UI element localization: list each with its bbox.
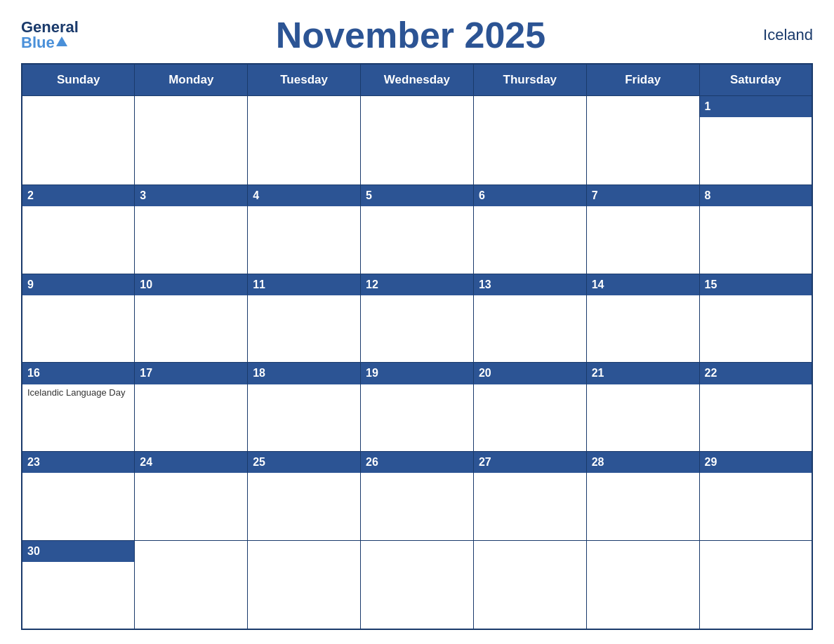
logo: General Blue bbox=[21, 20, 79, 51]
calendar-cell: 0 bbox=[248, 96, 361, 185]
calendar-header-row: SundayMondayTuesdayWednesdayThursdayFrid… bbox=[22, 64, 812, 96]
day-number: 25 bbox=[248, 452, 360, 473]
calendar-table: SundayMondayTuesdayWednesdayThursdayFrid… bbox=[21, 63, 813, 630]
calendar-week-row: 16Icelandic Language Day171819202122 bbox=[22, 363, 812, 452]
calendar-cell: 17 bbox=[135, 363, 248, 452]
day-number: 4 bbox=[248, 185, 360, 206]
calendar-cell: 4 bbox=[248, 185, 361, 274]
logo-triangle-icon bbox=[56, 36, 67, 46]
day-number: 11 bbox=[248, 274, 360, 295]
day-number: 5 bbox=[361, 185, 473, 206]
day-number: 21 bbox=[587, 363, 699, 384]
calendar-week-row: 9101112131415 bbox=[22, 274, 812, 363]
day-number: 10 bbox=[135, 274, 247, 295]
day-number: 29 bbox=[700, 452, 812, 473]
logo-blue-text: Blue bbox=[21, 35, 67, 51]
day-header-tuesday: Tuesday bbox=[248, 64, 361, 96]
calendar-cell: 20 bbox=[473, 363, 586, 452]
calendar-cell: 19 bbox=[361, 363, 474, 452]
calendar-cell: 30 bbox=[22, 540, 135, 629]
calendar-cell: 29 bbox=[699, 452, 812, 541]
day-number: 2 bbox=[22, 185, 134, 206]
calendar-cell: 0 bbox=[248, 540, 361, 629]
calendar-cell: 14 bbox=[586, 274, 699, 363]
day-number: 22 bbox=[700, 363, 812, 384]
day-number: 17 bbox=[135, 363, 247, 384]
day-number: 24 bbox=[135, 452, 247, 473]
calendar-cell: 0 bbox=[473, 96, 586, 185]
calendar-cell: 5 bbox=[361, 185, 474, 274]
calendar-cell: 0 bbox=[361, 96, 474, 185]
day-number: 8 bbox=[700, 185, 812, 206]
calendar-title: November 2025 bbox=[276, 14, 545, 56]
day-event: Icelandic Language Day bbox=[22, 384, 134, 402]
calendar-cell: 26 bbox=[361, 452, 474, 541]
calendar-cell: 0 bbox=[586, 96, 699, 185]
calendar-cell: 21 bbox=[586, 363, 699, 452]
day-number: 20 bbox=[474, 363, 586, 384]
calendar-cell: 3 bbox=[135, 185, 248, 274]
calendar-cell: 15 bbox=[699, 274, 812, 363]
day-number: 23 bbox=[22, 452, 134, 473]
day-header-thursday: Thursday bbox=[473, 64, 586, 96]
calendar-cell: 9 bbox=[22, 274, 135, 363]
day-number: 3 bbox=[135, 185, 247, 206]
day-number: 30 bbox=[22, 541, 134, 562]
calendar-cell: 1 bbox=[699, 96, 812, 185]
calendar-week-row: 30000000 bbox=[22, 540, 812, 629]
calendar-week-row: 23242526272829 bbox=[22, 452, 812, 541]
calendar-cell: 0 bbox=[135, 96, 248, 185]
calendar-cell: 27 bbox=[473, 452, 586, 541]
calendar-cell: 24 bbox=[135, 452, 248, 541]
country-label: Iceland bbox=[743, 26, 813, 44]
day-header-saturday: Saturday bbox=[699, 64, 812, 96]
calendar-cell: 0 bbox=[473, 540, 586, 629]
day-number: 27 bbox=[474, 452, 586, 473]
day-number: 1 bbox=[700, 96, 812, 117]
day-number: 16 bbox=[22, 363, 134, 384]
day-number: 19 bbox=[361, 363, 473, 384]
day-number: 15 bbox=[700, 274, 812, 295]
calendar-cell: 0 bbox=[22, 96, 135, 185]
day-number: 18 bbox=[248, 363, 360, 384]
calendar-cell: 13 bbox=[473, 274, 586, 363]
day-number: 7 bbox=[587, 185, 699, 206]
logo-general-text: General bbox=[21, 20, 79, 35]
day-header-sunday: Sunday bbox=[22, 64, 135, 96]
day-number: 12 bbox=[361, 274, 473, 295]
calendar-week-row: 0000001 bbox=[22, 96, 812, 185]
page-header: General Blue November 2025 Iceland bbox=[21, 14, 813, 56]
calendar-cell: 0 bbox=[699, 540, 812, 629]
calendar-cell: 12 bbox=[361, 274, 474, 363]
calendar-week-row: 2345678 bbox=[22, 185, 812, 274]
calendar-cell: 18 bbox=[248, 363, 361, 452]
calendar-cell: 0 bbox=[586, 540, 699, 629]
day-number: 26 bbox=[361, 452, 473, 473]
calendar-cell: 2 bbox=[22, 185, 135, 274]
calendar-cell: 6 bbox=[473, 185, 586, 274]
day-header-monday: Monday bbox=[135, 64, 248, 96]
calendar-cell: 28 bbox=[586, 452, 699, 541]
calendar-cell: 23 bbox=[22, 452, 135, 541]
calendar-cell: 16Icelandic Language Day bbox=[22, 363, 135, 452]
day-number: 14 bbox=[587, 274, 699, 295]
day-header-friday: Friday bbox=[586, 64, 699, 96]
calendar-cell: 8 bbox=[699, 185, 812, 274]
calendar-cell: 0 bbox=[135, 540, 248, 629]
calendar-cell: 0 bbox=[361, 540, 474, 629]
calendar-cell: 10 bbox=[135, 274, 248, 363]
day-header-wednesday: Wednesday bbox=[361, 64, 474, 96]
day-number: 13 bbox=[474, 274, 586, 295]
day-number: 28 bbox=[587, 452, 699, 473]
day-number: 9 bbox=[22, 274, 134, 295]
calendar-cell: 7 bbox=[586, 185, 699, 274]
calendar-cell: 22 bbox=[699, 363, 812, 452]
calendar-cell: 25 bbox=[248, 452, 361, 541]
day-number: 6 bbox=[474, 185, 586, 206]
calendar-cell: 11 bbox=[248, 274, 361, 363]
